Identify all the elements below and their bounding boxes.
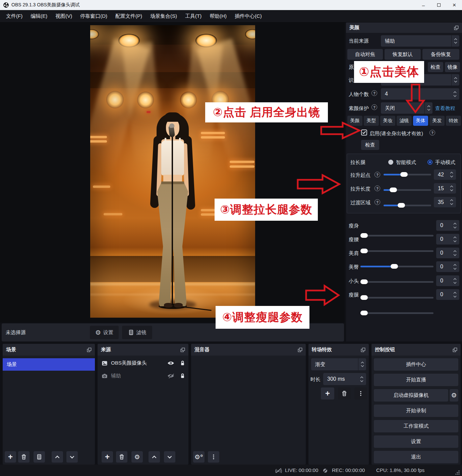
- remove-scene-button[interactable]: [18, 451, 30, 463]
- help-icon[interactable]: ?: [374, 172, 380, 177]
- beautify-hip-slider[interactable]: [360, 281, 434, 283]
- tab-filter[interactable]: 滤镜: [397, 116, 412, 126]
- chevron-up-icon[interactable]: [453, 91, 457, 93]
- popout-icon[interactable]: [361, 348, 365, 352]
- lock-icon[interactable]: [180, 360, 185, 366]
- source-row-aux[interactable]: 辅助: [102, 373, 185, 379]
- slim-body-slider[interactable]: [360, 235, 434, 236]
- minimize-button[interactable]: –: [416, 0, 431, 10]
- tutorial-link[interactable]: 查看教程: [435, 105, 455, 112]
- beautify-hip-spinbox[interactable]: 0: [436, 261, 459, 272]
- lift-length-slider[interactable]: [384, 189, 431, 191]
- help-icon[interactable]: ?: [429, 130, 435, 136]
- settings-button[interactable]: 设置: [374, 435, 458, 448]
- transition-zone-spinbox[interactable]: 35: [434, 197, 456, 207]
- exit-button[interactable]: 退出: [374, 451, 458, 463]
- mixer-settings-button[interactable]: ⚙⚙: [193, 451, 205, 463]
- restore-default-button[interactable]: 恢复默认: [385, 49, 421, 60]
- add-transition-button[interactable]: +: [321, 387, 334, 400]
- menu-docks[interactable]: 停靠窗口(D): [76, 10, 111, 22]
- close-button[interactable]: ×: [447, 0, 462, 10]
- slim-body-spinbox[interactable]: 0: [436, 220, 459, 231]
- menu-view[interactable]: 视图(V): [51, 10, 76, 22]
- popout-icon[interactable]: [298, 348, 302, 352]
- check-button[interactable]: 检查: [428, 62, 443, 72]
- menu-edit[interactable]: 编辑(E): [26, 10, 51, 22]
- source-properties-gear-button[interactable]: ⚙: [131, 451, 143, 463]
- menu-help[interactable]: 帮助(H): [206, 10, 231, 22]
- backup-restore-button[interactable]: 备份恢复: [422, 49, 459, 60]
- add-scene-button[interactable]: +: [5, 451, 16, 463]
- beautify-shoulder-slider[interactable]: [360, 266, 434, 267]
- help-icon[interactable]: ?: [374, 199, 380, 205]
- popout-icon[interactable]: [454, 25, 459, 30]
- beautify-shoulder-spinbox[interactable]: 0: [436, 248, 459, 258]
- virtual-camera-settings-button[interactable]: ⚙: [450, 389, 458, 402]
- popout-icon[interactable]: [453, 348, 457, 352]
- small-head-spinbox[interactable]: 0: [436, 275, 459, 286]
- add-source-button[interactable]: +: [102, 451, 113, 463]
- slim-leg-slider[interactable]: [360, 312, 434, 314]
- small-head-slider[interactable]: [360, 297, 434, 299]
- scene-move-up-button[interactable]: [52, 451, 63, 463]
- remove-source-button[interactable]: [116, 451, 127, 463]
- chevron-down-icon[interactable]: [453, 95, 457, 97]
- maximize-button[interactable]: [431, 0, 447, 10]
- slim-waist-slider[interactable]: [360, 250, 434, 252]
- source-row-camera[interactable]: OBS美颜摄像头: [102, 360, 185, 366]
- lift-start-spinbox[interactable]: 42: [434, 169, 456, 180]
- slim-waist-spinbox[interactable]: 0: [436, 234, 459, 245]
- eye-off-icon[interactable]: [167, 373, 174, 378]
- smart-mode-radio[interactable]: [388, 160, 393, 165]
- remove-transition-button[interactable]: [338, 387, 351, 400]
- eye-icon[interactable]: [167, 361, 174, 366]
- lift-length-spinbox[interactable]: 15: [434, 183, 456, 194]
- tab-beauty-face[interactable]: 美颜: [347, 116, 362, 126]
- check-button-2[interactable]: 检查: [361, 140, 379, 150]
- tab-body[interactable]: 美体: [413, 116, 428, 126]
- source-properties-button[interactable]: ⚙ 设置: [90, 326, 119, 339]
- base-protect-select[interactable]: 关闭: [381, 102, 432, 114]
- lift-start-slider[interactable]: [384, 174, 431, 175]
- menu-tools[interactable]: 工具(T): [181, 10, 206, 22]
- start-virtual-camera-button[interactable]: 启动虚拟摄像机: [374, 389, 448, 402]
- chevron-up-icon[interactable]: [360, 376, 363, 378]
- resize-grip[interactable]: [455, 470, 460, 475]
- mirror-button[interactable]: 镜像: [445, 62, 460, 72]
- menu-scene-collection[interactable]: 场景集合(S): [146, 10, 181, 22]
- scene-move-down-button[interactable]: [66, 451, 78, 463]
- start-recording-button[interactable]: 开始录制: [374, 405, 458, 417]
- studio-mode-button[interactable]: 工作室模式: [374, 420, 458, 432]
- slim-leg-spinbox[interactable]: 0: [436, 289, 459, 300]
- tab-hair[interactable]: 美发: [429, 116, 445, 126]
- scene-filters-button[interactable]: [34, 451, 45, 463]
- tab-face-shape[interactable]: 美型: [364, 116, 379, 126]
- enable-checkbox[interactable]: [361, 129, 367, 136]
- source-move-down-button[interactable]: [164, 451, 175, 463]
- menu-profile[interactable]: 配置文件(P): [111, 10, 146, 22]
- transition-menu-button[interactable]: [354, 387, 367, 400]
- menu-file[interactable]: 文件(F): [2, 10, 26, 22]
- popout-icon[interactable]: [87, 348, 92, 352]
- manual-mode-radio[interactable]: [427, 160, 432, 165]
- current-source-select[interactable]: 辅助: [381, 35, 459, 47]
- help-icon[interactable]: ?: [374, 186, 380, 191]
- transition-duration-spinbox[interactable]: 300 ms: [323, 373, 366, 385]
- source-move-up-button[interactable]: [149, 451, 160, 463]
- start-streaming-button[interactable]: 开始直播: [374, 374, 458, 386]
- help-icon[interactable]: ?: [371, 90, 377, 96]
- plugin-center-button[interactable]: 插件中心: [374, 358, 458, 371]
- scene-list-item[interactable]: 场景: [3, 358, 95, 371]
- menu-plugin-center[interactable]: 插件中心(C): [231, 10, 266, 22]
- transition-type-select[interactable]: 渐变: [311, 358, 366, 370]
- autofocus-button[interactable]: 自动对焦: [347, 49, 383, 60]
- transition-zone-slider[interactable]: [384, 205, 431, 206]
- tab-makeup[interactable]: 美妆: [380, 116, 395, 126]
- popout-icon[interactable]: [180, 348, 185, 352]
- mixer-menu-button[interactable]: [208, 451, 219, 463]
- lock-icon[interactable]: [180, 373, 185, 379]
- chevron-down-icon[interactable]: [360, 380, 363, 382]
- person-count-spinbox[interactable]: 4: [381, 88, 459, 100]
- tab-effects[interactable]: 特效: [446, 116, 461, 126]
- help-icon[interactable]: ?: [371, 104, 377, 110]
